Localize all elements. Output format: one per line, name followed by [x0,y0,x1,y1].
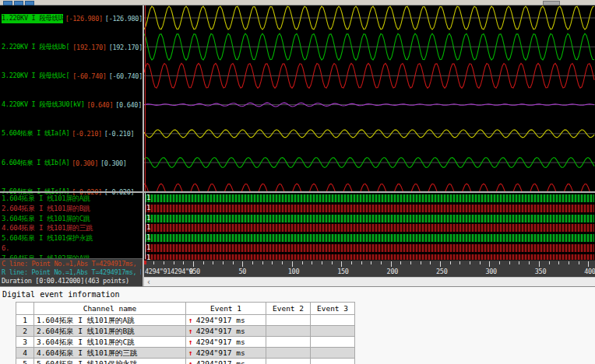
analog-channel-ref-value: [0.640] [115,101,142,109]
header-channel: Channel name [34,303,186,315]
event2-cell [266,359,311,364]
axis-tick [459,261,460,264]
digital-channel-row[interactable]: 4.604拓泉 I 线101屏的三跳 [2,223,143,233]
event2-cell [266,315,311,326]
event2-cell [266,337,311,348]
digital-state-value: 1 [146,223,150,232]
axis-tick [242,261,243,267]
event-table-row: 55.604拓泉 I 线101保护永跳↑4294"917 ms [16,359,355,364]
digital-trace-bar: 1 [145,234,594,242]
time-axis: 4294"914294"950 050100150200250300350400 [144,260,595,278]
axis-tick-label: 250 [436,268,447,275]
digital-channel-row[interactable]: 5.604拓泉 I 线101保护永跳 [2,233,143,243]
axis-tick [470,261,470,264]
panel-splitter[interactable] [143,5,144,286]
duration-status: Duration [0:00.412000](463 points) [2,277,141,285]
event-rise-arrow-icon: ↑ [188,327,193,335]
event-channel-name: 2.604拓泉 I 线101屏的B跳 [34,326,186,337]
analog-channel-label: 1.220KV I 段母线Ua[kV] [2,14,63,23]
event1-cell: ↑4294"917 ms [186,326,266,337]
event3-cell [311,348,355,359]
axis-tick [282,261,283,264]
digital-state-value: 1 [146,204,150,212]
axis-tick [480,261,481,264]
digital-state-value: 1 [146,243,150,252]
header-event1: Event 1 [186,303,266,315]
axis-tick [332,261,333,264]
event2-cell [266,348,311,359]
axis-tick [509,261,510,264]
digital-event-title: Digital event information [2,290,120,299]
axis-tick [569,261,569,264]
analog-waveforms [144,5,595,192]
axis-tick [539,261,540,267]
axis-tick [421,261,421,264]
axis-tick [430,261,431,264]
digital-state-value: 1 [146,194,150,202]
analog-channel-cursor-value: [192.170] [72,44,106,51]
axis-tick-label: 0 [189,268,193,275]
horizontal-scrollbar[interactable]: ‹ [144,277,595,286]
analog-channel-row[interactable]: 6.604拓泉 I 线Ib[A][0.300][0.300] [2,149,143,177]
digital-channel-row[interactable]: 1.604拓泉 I 线101屏的A跳 [2,194,143,204]
axis-tick [558,261,559,264]
analog-channel-ref-value: [-60.740] [109,72,143,80]
digital-channel-row[interactable]: 6. [2,243,143,254]
axis-tick [499,261,500,264]
event-row-number: 4 [16,348,34,359]
axis-tick [519,261,519,264]
event1-cell: ↑4294"917 ms [186,315,266,326]
axis-tick-label: 50 [238,268,246,275]
axis-tick [579,261,579,264]
analog-channel-row[interactable]: 4.220KV I 段母线3U0[kV][0.640][0.640] [2,91,143,120]
analog-channel-row[interactable]: 5.604拓泉 I 线Ia[A][-0.210][-0.210] [2,120,143,149]
event-channel-name: 1.604拓泉 I 线101屏的A跳 [34,315,186,326]
axis-tick [183,261,184,264]
analog-channel-row[interactable]: 2.220KV I 段母线Ub[kV][192.170][192.170] [2,33,143,61]
axis-tick [450,261,451,264]
scroll-left-arrow-icon[interactable]: ‹ [146,278,151,286]
axis-tick-label: 300 [485,268,496,275]
axis-tick [549,261,550,264]
analog-channel-cursor-value: [0.640] [87,101,114,109]
event3-cell [311,359,355,364]
digital-trace-bar: 1 [145,215,594,222]
event-rise-arrow-icon: ↑ [188,359,193,364]
analog-digital-divider [0,191,595,193]
channel-list-panel: 1.220KV I 段母线Ua[kV][-126.980][-126.980]2… [0,5,143,286]
cursor-line-digital[interactable] [145,193,146,259]
axis-tick [223,261,224,264]
digital-channel-row[interactable]: 2.604拓泉 I 线101屏的B跳 [2,204,143,214]
analog-channel-label: 6.604拓泉 I 线Ib[A] [2,159,69,168]
event2-cell [266,326,311,337]
axis-origin-mark [144,261,146,264]
axis-tick [361,261,362,264]
event1-time: 4294"917 ms [196,338,245,346]
axis-tick [440,261,441,267]
axis-tick [174,261,174,264]
digital-state-value: 1 [146,233,150,242]
analog-channel-label: 2.220KV I 段母线Ub[kV] [2,43,70,52]
axis-tick-label: 200 [387,268,398,275]
axis-tick [489,261,490,267]
digital-event-table: Channel name Event 1 Event 2 Event 3 11.… [16,302,355,364]
c-line-status: C line: Point No.=1,Abs T=4294917ms, Rel… [2,260,141,268]
event1-time: 4294"917 ms [196,348,245,357]
analog-channel-row[interactable]: 3.220KV I 段母线Uc[kV][-60.740][-60.740] [2,61,143,90]
event3-cell [311,315,355,326]
digital-trace-bar: 1 [145,224,594,232]
axis-tick [262,261,263,264]
analog-channel-ref-value: [0.300] [100,159,127,167]
cursor-line-analog[interactable] [145,5,146,191]
event-table-row: 11.604拓泉 I 线101屏的A跳↑4294"917 ms [16,315,355,326]
analog-channel-ref-value: [192.170] [109,44,143,51]
analog-channel-row[interactable]: 1.220KV I 段母线Ua[kV][-126.980][-126.980] [2,5,143,33]
analog-channel-label: 3.220KV I 段母线Uc[kV] [2,72,70,81]
axis-tick-label: 350 [535,268,546,275]
event3-cell [311,326,355,337]
analog-channel-label: 5.604拓泉 I 线Ia[A] [2,129,69,138]
axis-tick [322,261,322,264]
axis-tick [252,261,253,264]
waveform-plot-area[interactable]: 4294"914294"950 050100150200250300350400… [144,5,595,286]
digital-channel-row[interactable]: 3.604拓泉 I 线101屏的C跳 [2,214,143,224]
